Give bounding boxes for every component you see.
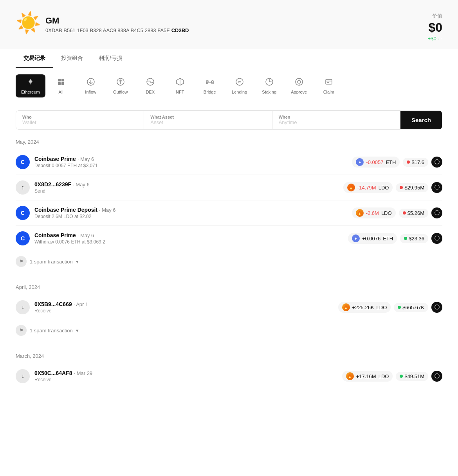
tx-name: 0X50C...64AF8 · Mar 29 <box>34 370 92 376</box>
price-change: +$0 · - <box>428 36 442 41</box>
spam-label: 1 spam transaction <box>30 328 73 334</box>
red-dot <box>400 186 403 189</box>
filter-staking[interactable]: Staking <box>255 74 283 97</box>
filter-label-dex: DEX <box>146 90 155 94</box>
filter-approve[interactable]: Approve <box>285 74 313 97</box>
tx-desc: Send <box>34 188 90 194</box>
tx-left: ↓ 0X50C...64AF8 · Mar 29 Receive <box>16 369 92 383</box>
table-row: ↑ 0X8D2...6239F · May 6 Send 🔥 -14.79M L… <box>16 175 442 200</box>
send-icon: ↑ <box>16 180 30 195</box>
value-badge: $49.51M <box>396 372 428 381</box>
search-what-field[interactable]: What Asset Asset <box>144 111 272 129</box>
value-badge: $665.67K <box>394 303 428 312</box>
info-button[interactable]: ⓘ <box>431 157 442 168</box>
value-text: $17.6 <box>411 159 424 165</box>
tx-name: 0X8D2...6239F · May 6 <box>34 181 90 188</box>
wallet-info: GM 0XDAB B561 1F03 B328 AAC9 838A B4C5 2… <box>45 16 189 33</box>
who-placeholder: Wallet <box>22 119 137 125</box>
tx-info: 0X8D2...6239F · May 6 Send <box>34 181 90 194</box>
tx-desc: Deposit 2.6M LDO at $2.02 <box>34 214 116 219</box>
green-dot <box>398 306 401 309</box>
filter-label-claim: Claim <box>323 90 334 94</box>
ldo-icon: 🔥 <box>346 372 354 380</box>
asset-badge: 🔥 +17.16M LDO <box>342 371 393 382</box>
tx-right: 🔥 +225.26K LDO $665.67K ⓘ <box>338 302 442 313</box>
coinbase-icon: C <box>16 206 30 220</box>
asset-unit: LDO <box>377 305 387 310</box>
eth-icon: ♦ <box>356 158 364 166</box>
green-dot <box>400 375 403 378</box>
header: ☀️ GM 0XDAB B561 1F03 B328 AAC9 838A B4C… <box>0 0 458 49</box>
tx-desc: Receive <box>34 377 92 382</box>
asset-unit: LDO <box>379 373 389 379</box>
green-dot <box>404 237 407 240</box>
tx-right: 🔥 +17.16M LDO $49.51M ⓘ <box>342 371 442 382</box>
receive-icon: ↓ <box>16 369 30 383</box>
tabs-row: 交易记录 投资组合 利润/亏损 <box>0 49 458 68</box>
filter-label-all: All <box>59 90 63 94</box>
asset-badge: 🔥 +225.26K LDO <box>338 302 391 313</box>
tab-portfolio[interactable]: 投资组合 <box>53 49 91 68</box>
tx-info: Coinbase Prime · May 6 Deposit 0.0057 ET… <box>34 156 97 168</box>
info-button[interactable]: ⓘ <box>431 207 442 218</box>
search-who-field[interactable]: Who Wallet <box>16 111 144 129</box>
info-button[interactable]: ⓘ <box>431 302 442 313</box>
wallet-name: GM <box>45 16 189 26</box>
asset-badge: 🔥 -2.6M LDO <box>352 207 396 218</box>
tx-name: 0X5B9...4C669 · Apr 1 <box>34 301 88 307</box>
table-row: C Coinbase Prime Deposit · May 6 Deposit… <box>16 200 442 226</box>
svg-rect-4 <box>61 79 64 81</box>
value-badge: $5.26M <box>399 209 428 218</box>
tx-left: C Coinbase Prime Deposit · May 6 Deposit… <box>16 206 116 220</box>
spam-toggle-may[interactable]: ⚑ 1 spam transaction ▾ <box>16 251 442 272</box>
spam-icon: ⚑ <box>16 256 27 267</box>
asset-unit: ETH <box>383 236 393 242</box>
chevron-down-icon: ▾ <box>76 259 79 265</box>
value-text: $5.26M <box>408 210 424 216</box>
spam-toggle-april[interactable]: ⚑ 1 spam transaction ▾ <box>16 320 442 341</box>
info-button[interactable]: ⓘ <box>431 182 442 193</box>
asset-badge: ♦ -0.0057 ETH <box>352 157 400 168</box>
what-label: What Asset <box>150 115 265 119</box>
month-label-may: May, 2024 <box>16 139 442 145</box>
ethereum-icon <box>26 78 35 88</box>
who-label: Who <box>22 115 137 119</box>
month-label-march: March, 2024 <box>16 353 442 359</box>
tx-info: 0X5B9...4C669 · Apr 1 Receive <box>34 301 88 314</box>
filter-row: Ethereum All Inflow Outflow DEX <box>0 68 458 104</box>
filter-bridge[interactable]: Bridge <box>196 74 224 97</box>
filter-ethereum[interactable]: Ethereum <box>16 74 45 97</box>
filter-all[interactable]: All <box>47 74 75 97</box>
svg-rect-6 <box>61 82 64 85</box>
search-button[interactable]: Search <box>400 111 442 129</box>
tx-right: 🔥 -2.6M LDO $5.26M ⓘ <box>352 207 442 218</box>
lending-icon <box>235 78 244 88</box>
info-button[interactable]: ⓘ <box>431 371 442 382</box>
coinbase-icon: C <box>16 155 30 169</box>
svg-rect-5 <box>58 82 61 85</box>
tab-pnl[interactable]: 利润/亏损 <box>91 49 130 68</box>
filter-inflow[interactable]: Inflow <box>77 74 105 97</box>
filter-dex[interactable]: DEX <box>136 74 164 97</box>
price-value: $0 <box>428 20 442 35</box>
tx-info: Coinbase Prime Deposit · May 6 Deposit 2… <box>34 207 116 219</box>
tab-transactions[interactable]: 交易记录 <box>16 49 53 68</box>
search-when-field[interactable]: When Anytime <box>272 111 400 129</box>
svg-point-22 <box>298 80 301 83</box>
info-button[interactable]: ⓘ <box>431 233 442 244</box>
claim-icon <box>325 78 333 88</box>
asset-amount: +17.16M <box>356 373 376 379</box>
filter-label-bridge: Bridge <box>204 90 216 94</box>
tx-right: ♦ -0.0057 ETH $17.6 ⓘ <box>352 157 442 168</box>
filter-outflow[interactable]: Outflow <box>106 74 135 97</box>
filter-claim[interactable]: Claim <box>315 74 343 97</box>
what-placeholder: Asset <box>150 119 265 125</box>
filter-nft[interactable]: NFT <box>166 74 194 97</box>
table-row: C Coinbase Prime · May 6 Deposit 0.0057 … <box>16 150 442 175</box>
filter-label-nft: NFT <box>176 90 184 94</box>
transactions-content: May, 2024 C Coinbase Prime · May 6 Depos… <box>0 139 458 389</box>
value-text: $49.51M <box>404 373 424 379</box>
filter-lending[interactable]: Lending <box>225 74 254 97</box>
table-row: ↓ 0X50C...64AF8 · Mar 29 Receive 🔥 +17.1… <box>16 364 442 389</box>
svg-rect-3 <box>58 79 61 81</box>
